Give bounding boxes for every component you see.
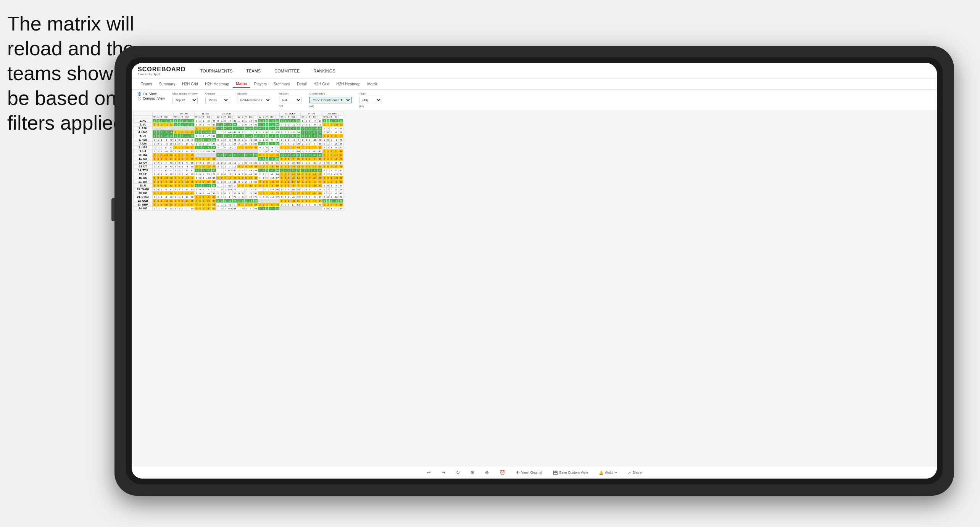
- matrix-cell-extra: 97: [339, 169, 343, 172]
- sub-nav-detail[interactable]: Detail: [294, 81, 310, 87]
- matrix-cell-extra: 12: [296, 195, 301, 199]
- sub-nav-matrix[interactable]: Matrix: [233, 80, 250, 88]
- matrix-cell-extra: 75: [190, 180, 195, 184]
- matrix-cell: 0: [330, 161, 333, 165]
- team-select[interactable]: (All): [359, 97, 382, 103]
- matrix-cell: 1: [305, 146, 308, 149]
- matrix-cell: -4: [333, 199, 339, 203]
- gender-select[interactable]: Men's Women's: [205, 97, 229, 103]
- matrix-cell-extra: 72: [232, 188, 237, 191]
- sub-nav-summary2[interactable]: Summary: [271, 81, 293, 87]
- sub-nav-matrix2[interactable]: Matrix: [364, 81, 381, 87]
- col-header-ucb: 22. UCB: [216, 112, 237, 116]
- redo-btn[interactable]: ↪: [439, 469, 448, 476]
- matrix-cell: 2: [284, 134, 287, 138]
- matrix-cell: 1: [322, 184, 327, 188]
- matrix-cell: -7: [248, 130, 253, 134]
- matrix-cell: 2: [311, 134, 318, 138]
- region-select[interactable]: N/A East West: [279, 97, 302, 103]
- matrix-cell: -3: [269, 134, 275, 138]
- matrix-cell: 0: [153, 146, 157, 149]
- nav-tournaments[interactable]: TOURNAMENTS: [197, 67, 236, 75]
- matrix-cell-extra: 40: [169, 138, 174, 142]
- refresh-btn[interactable]: ↻: [454, 469, 462, 476]
- matrix-cell-extra: 49: [169, 195, 174, 199]
- zoom-in-btn[interactable]: ⊕: [468, 469, 477, 476]
- full-view-radio[interactable]: Full View: [138, 92, 165, 96]
- matrix-cell: [237, 149, 241, 153]
- matrix-cell: [177, 127, 181, 130]
- matrix-cell-extra: 78: [190, 157, 195, 161]
- share-btn[interactable]: ↗ Share: [625, 469, 644, 476]
- save-custom-btn[interactable]: 💾 Save Custom View: [551, 469, 590, 476]
- matrix-cell-extra: 64: [232, 207, 237, 210]
- matrix-cell: 2: [262, 127, 266, 130]
- nav-rankings[interactable]: RANKINGS: [310, 67, 338, 75]
- matrix-cell: 1: [265, 176, 269, 180]
- sub-nav-h2h-heatmap2[interactable]: H2H Heatmap: [333, 81, 363, 87]
- nav-teams[interactable]: TEAMS: [243, 67, 264, 75]
- matrix-cell-extra: 44: [296, 146, 301, 149]
- matrix-cell: 2: [224, 199, 227, 203]
- nav-committee[interactable]: COMMITTEE: [271, 67, 303, 75]
- matrix-cell: 0: [194, 199, 198, 203]
- sub-nav-summary[interactable]: Summary: [156, 81, 178, 87]
- matrix-cell: 0: [244, 146, 248, 149]
- sub-nav-players[interactable]: Players: [251, 81, 270, 87]
- matrix-cell: 0: [194, 165, 198, 169]
- matrix-cell: 1: [202, 119, 205, 123]
- matrix-cell: 1: [287, 153, 290, 157]
- row-label: 3. ASU: [134, 127, 153, 130]
- sub-nav-teams[interactable]: Teams: [138, 81, 155, 87]
- sub-nav-h2h-heatmap[interactable]: H2H Heatmap: [202, 81, 232, 87]
- side-button[interactable]: [111, 198, 114, 221]
- matrix-cell-extra: 15: [232, 127, 237, 130]
- matrix-cell: 2: [220, 176, 224, 180]
- matrix-cell-extra: 87: [339, 161, 343, 165]
- matrix-cell: 4: [205, 146, 211, 149]
- matrix-cell: 2: [326, 149, 330, 153]
- matrix-cell: +3: [333, 130, 339, 134]
- matrix-cell: 7: [290, 146, 296, 149]
- clock-btn[interactable]: ⏰: [497, 469, 508, 476]
- matrix-cell: 2: [177, 180, 181, 184]
- watch-btn[interactable]: 🔔 Watch ▾: [596, 469, 620, 476]
- undo-btn[interactable]: ↩: [425, 469, 433, 476]
- matrix-cell: 0: [258, 157, 262, 161]
- matrix-cell: 1: [244, 195, 248, 199]
- matrix-cell-extra: 47: [275, 134, 280, 138]
- matrix-cell: 1: [308, 157, 311, 161]
- compact-view-radio[interactable]: Compact View: [138, 96, 165, 100]
- conference-select[interactable]: Pac-12 Conference ▼ (All): [309, 97, 351, 103]
- row-label: 11. UA: [134, 157, 153, 161]
- view-original-btn[interactable]: 👁 View: Original: [514, 469, 545, 476]
- matrix-cell: 0: [153, 161, 157, 165]
- matrix-cell: 12: [227, 127, 232, 130]
- matrix-cell: 1: [330, 149, 333, 153]
- matrix-cell: +18: [269, 188, 275, 191]
- matrix-cell: 1: [160, 157, 163, 161]
- matrix-cell: 0: [280, 195, 284, 199]
- matrix-cell-extra: 44: [211, 119, 216, 123]
- full-view-radio-circle: [138, 92, 141, 96]
- matrix-area[interactable]: 3. ASU 10. UW 11. UA 22. UCB 24. UO: [132, 110, 937, 466]
- sub-nav-h2h-grid2[interactable]: H2H Grid: [310, 81, 332, 87]
- matrix-cell: 1: [305, 130, 308, 134]
- division-select[interactable]: NCAA Division I NCAA Division II: [237, 97, 271, 103]
- matrix-cell: 2: [287, 161, 290, 165]
- matrix-cell: 2: [237, 142, 241, 146]
- matrix-cell: +4: [227, 176, 232, 180]
- matrix-cell-extra: 92: [253, 172, 258, 176]
- zoom-out-btn[interactable]: ⊖: [483, 469, 491, 476]
- matrix-cell: [184, 127, 190, 130]
- max-teams-select[interactable]: Top 25 Top 50 All: [172, 97, 198, 103]
- matrix-cell: 0: [326, 134, 330, 138]
- matrix-cell: 1: [330, 207, 333, 210]
- conference-label: Conference: [309, 92, 351, 95]
- sub-nav-h2h-grid[interactable]: H2H Grid: [179, 81, 201, 87]
- matrix-cell: +-9: [163, 134, 169, 138]
- matrix-cell: 2: [224, 169, 227, 172]
- matrix-cell: 0: [326, 195, 330, 199]
- matrix-cell: 3: [269, 130, 275, 134]
- matrix-cell: 2: [244, 188, 248, 191]
